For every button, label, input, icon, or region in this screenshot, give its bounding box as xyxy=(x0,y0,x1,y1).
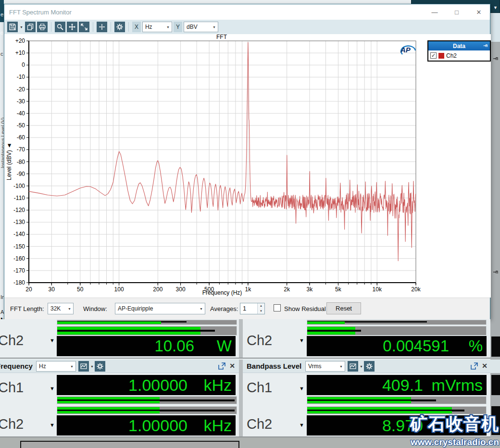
frequency-ch2-unit: kHz xyxy=(188,416,232,435)
spinner-down-icon[interactable]: ▼ xyxy=(258,309,264,314)
bandpass-ch1-display: 409.1 mVrms xyxy=(307,375,487,395)
chevron-down-icon[interactable]: ▼ xyxy=(360,365,363,368)
show-residual-checkbox[interactable] xyxy=(274,304,281,311)
y-tick-label: -130 xyxy=(13,219,25,225)
thdn-ch2-bar xyxy=(307,326,487,336)
meter-view-chart-icon[interactable] xyxy=(348,361,358,372)
frequency-ch2-display: 1.00000 kHz xyxy=(57,415,236,436)
frequency-ch2-value: 1.00000 xyxy=(128,416,188,435)
zoom-icon[interactable] xyxy=(55,22,65,32)
meter-settings-gear-icon[interactable] xyxy=(95,361,105,372)
frequency-panel-header: Frequency Hz ▼ ▼ ✕ xyxy=(0,360,239,373)
y-axis-chip: Y xyxy=(174,22,182,32)
screen: e o c Instantaneous Level (V) In A M Ben… xyxy=(0,0,500,448)
copy-icon[interactable] xyxy=(25,22,36,32)
fft-controls-row: FFT Length: 32K ▼ Window: AP-Equiripple … xyxy=(4,298,490,319)
close-button[interactable]: ✕ xyxy=(468,4,490,20)
y-tick-label: -140 xyxy=(13,231,25,237)
bandpass-unit-select[interactable]: Vrms ▼ xyxy=(305,361,345,372)
x-unit-select[interactable]: Hz ▼ xyxy=(142,22,172,32)
chevron-down-icon: ▼ xyxy=(211,25,218,29)
ch2-legend-label: Ch2 xyxy=(446,52,457,59)
channel-dropdown-icon[interactable]: ▼ xyxy=(299,386,304,391)
y-tick-label: -30 xyxy=(17,98,25,105)
power-ch2-unit: W xyxy=(194,337,232,355)
averages-spinner[interactable]: 1 ▲▼ xyxy=(240,303,265,314)
y-tick-label: -40 xyxy=(17,110,25,117)
y-tick-label: -100 xyxy=(13,183,25,189)
bg-meter-fragment xyxy=(491,375,500,395)
bg-meter-fragment xyxy=(491,336,500,357)
power-ch2-bar xyxy=(57,326,237,336)
thdn-ch2-label: Ch2 xyxy=(247,333,272,348)
spinner-up-icon[interactable]: ▲ xyxy=(258,303,264,309)
thdn-ch2-value: 0.004591 xyxy=(383,337,449,355)
ch2-visibility-checkbox[interactable]: ✓ xyxy=(430,52,437,59)
x-tick-label: 30 xyxy=(49,286,55,293)
titlebar[interactable]: FFT Spectrum Monitor — □ ✕ xyxy=(4,4,490,20)
frequency-ch2-bar xyxy=(57,406,237,414)
channel-dropdown-icon[interactable]: ▼ xyxy=(50,337,55,343)
window-label: Window: xyxy=(83,305,107,312)
y-tick-label: -170 xyxy=(13,267,25,274)
background-right-panel-edge xyxy=(490,13,500,42)
cursor-icon[interactable] xyxy=(97,22,107,32)
bandpass-ch2-display: 8.970 xyxy=(307,415,487,436)
settings-gear-icon[interactable] xyxy=(114,22,125,32)
channel-dropdown-icon[interactable]: ▼ xyxy=(299,337,304,343)
pin-icon[interactable] xyxy=(492,56,499,62)
x-tick-label: 50 xyxy=(77,286,84,293)
close-panel-icon[interactable]: ✕ xyxy=(482,362,488,370)
channel-dropdown-icon[interactable]: ▼ xyxy=(299,422,304,428)
channel-dropdown-icon[interactable]: ▼ xyxy=(50,422,55,428)
bandpass-ch2-bar xyxy=(307,406,487,414)
popout-icon[interactable] xyxy=(471,362,478,370)
fft-length-label: FFT Length: xyxy=(10,305,44,312)
y-unit-select[interactable]: dBV ▼ xyxy=(184,22,218,32)
pin-icon[interactable] xyxy=(492,269,499,275)
data-legend-header[interactable]: Data xyxy=(428,41,490,50)
fft-length-select[interactable]: 32K ▼ xyxy=(48,303,74,314)
minimize-button[interactable]: — xyxy=(424,4,446,20)
y-tick-label: -160 xyxy=(13,255,25,262)
ch2-color-swatch xyxy=(438,53,444,59)
print-icon[interactable] xyxy=(37,22,48,32)
bandpass-unit-value: Vrms xyxy=(308,363,338,370)
popout-icon[interactable] xyxy=(218,362,225,370)
maximize-button[interactable]: □ xyxy=(446,4,468,20)
reset-button[interactable]: Reset xyxy=(326,302,361,314)
channel-dropdown-icon[interactable]: ▼ xyxy=(50,386,55,391)
frequency-unit-select[interactable]: Hz ▼ xyxy=(36,361,76,372)
thdn-ch2-display: 0.004591 % xyxy=(307,336,487,356)
x-tick-label: 300 xyxy=(176,286,186,293)
fit-to-data-icon[interactable] xyxy=(79,22,89,32)
save-icon[interactable] xyxy=(7,22,18,32)
background-left-strip: e o c Instantaneous Level (V) In A M xyxy=(0,0,4,319)
chevron-down-icon[interactable]: ▼ xyxy=(90,365,94,368)
y-tick-label: -70 xyxy=(17,146,25,153)
window-select[interactable]: AP-Equiripple ▼ xyxy=(115,303,205,314)
x-tick-label: 2k xyxy=(284,286,290,293)
y-tick-label: -60 xyxy=(17,134,25,141)
pan-icon[interactable] xyxy=(67,22,77,32)
chevron-down-icon: ▼ xyxy=(493,5,498,10)
meter-view-chart-icon[interactable] xyxy=(78,361,89,372)
meter-settings-gear-icon[interactable] xyxy=(364,361,375,372)
x-axis-chip: X xyxy=(132,22,141,32)
bg-panel-header-fragment xyxy=(490,360,500,373)
bg-fragment: o xyxy=(0,30,3,36)
frequency-ch1-value: 1.00000 xyxy=(128,376,188,395)
y-tick-label: +20 xyxy=(15,37,25,44)
y-tick-label: -20 xyxy=(17,86,25,93)
show-residual-label: Show Residual xyxy=(284,305,326,312)
y-tick-label: -180 xyxy=(13,279,25,286)
x-tick-label: 100 xyxy=(114,286,124,293)
pin-icon[interactable] xyxy=(483,43,488,49)
thdn-ch1-bar-fragment xyxy=(307,320,487,325)
y-tick-label: -120 xyxy=(13,207,25,213)
frequency-ch1-bar xyxy=(57,396,237,404)
bandpass-ch1-label: Ch1 xyxy=(247,380,272,396)
x-tick-label: 20 xyxy=(25,286,32,293)
save-dropdown-caret-icon[interactable]: ▼ xyxy=(20,25,23,29)
close-panel-icon[interactable]: ✕ xyxy=(229,362,235,370)
